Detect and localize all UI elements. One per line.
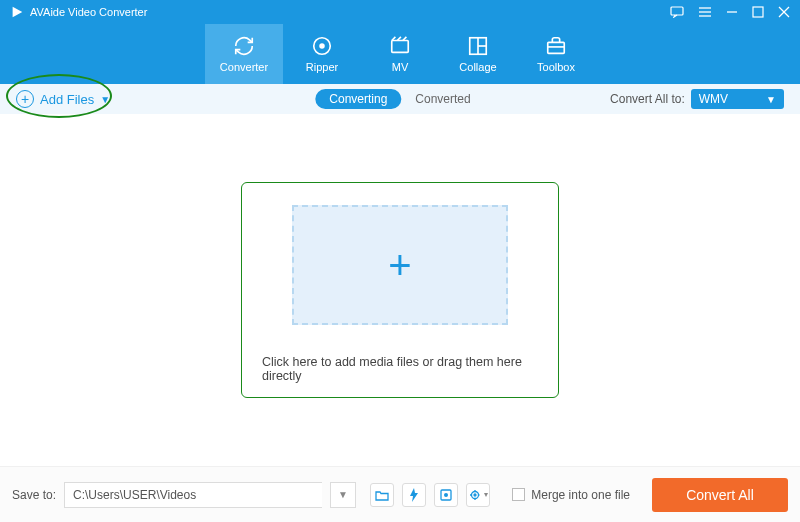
footer-bar: Save to: C:\Users\USER\Videos ▼ ▾ Merge … [0, 466, 800, 522]
close-icon[interactable] [778, 6, 790, 18]
convert-all-button[interactable]: Convert All [652, 478, 788, 512]
nav-label: MV [392, 61, 409, 73]
svg-marker-0 [13, 7, 23, 18]
save-path-dropdown[interactable]: ▼ [330, 482, 356, 508]
chevron-down-icon: ▼ [100, 94, 110, 105]
feedback-icon[interactable] [670, 6, 684, 18]
maximize-icon[interactable] [752, 6, 764, 18]
merge-into-one-checkbox[interactable]: Merge into one file [512, 488, 630, 502]
convert-all-to-label: Convert All to: [610, 92, 685, 106]
nav-mv[interactable]: MV [361, 24, 439, 84]
dropzone-inner: + [292, 205, 508, 325]
checkbox-box [512, 488, 525, 501]
dropzone-text: Click here to add media files or drag th… [262, 355, 538, 383]
selected-format-label: WMV [699, 92, 728, 106]
svg-rect-1 [671, 7, 683, 15]
svg-rect-11 [392, 41, 409, 53]
title-bar: AVAide Video Converter [0, 0, 800, 24]
chevron-down-icon: ▼ [766, 94, 776, 105]
main-area: + Click here to add media files or drag … [0, 114, 800, 466]
add-files-label: Add Files [40, 92, 94, 107]
save-to-label: Save to: [12, 488, 56, 502]
save-path-field[interactable]: C:\Users\USER\Videos [64, 482, 322, 508]
nav-label: Ripper [306, 61, 338, 73]
nav-label: Toolbox [537, 61, 575, 73]
add-media-dropzone[interactable]: + Click here to add media files or drag … [241, 182, 559, 398]
nav-toolbox[interactable]: Toolbox [517, 24, 595, 84]
svg-rect-6 [753, 7, 763, 17]
svg-point-21 [474, 494, 476, 496]
minimize-icon[interactable] [726, 6, 738, 18]
sub-toolbar: + Add Files ▼ Converting Converted Conve… [0, 84, 800, 114]
plus-circle-icon: + [16, 90, 34, 108]
output-format-select[interactable]: WMV ▼ [691, 89, 784, 109]
app-logo-icon [10, 5, 24, 19]
svg-marker-17 [410, 488, 418, 502]
plus-icon: + [388, 243, 411, 288]
high-speed-button[interactable] [434, 483, 458, 507]
tab-converted[interactable]: Converted [401, 89, 484, 109]
open-folder-button[interactable] [370, 483, 394, 507]
nav-ripper[interactable]: Ripper [283, 24, 361, 84]
svg-point-10 [319, 43, 325, 49]
merge-label: Merge into one file [531, 488, 630, 502]
tab-converting[interactable]: Converting [315, 89, 401, 109]
svg-rect-15 [548, 42, 565, 53]
main-nav: Converter Ripper MV Collage Toolbox [0, 24, 800, 84]
nav-converter[interactable]: Converter [205, 24, 283, 84]
app-title: AVAide Video Converter [30, 6, 147, 18]
menu-icon[interactable] [698, 7, 712, 17]
nav-label: Converter [220, 61, 268, 73]
nav-label: Collage [459, 61, 496, 73]
nav-collage[interactable]: Collage [439, 24, 517, 84]
svg-point-19 [444, 493, 448, 497]
hardware-accel-button[interactable] [402, 483, 426, 507]
settings-button[interactable]: ▾ [466, 483, 490, 507]
add-files-button[interactable]: + Add Files ▼ [16, 90, 110, 108]
